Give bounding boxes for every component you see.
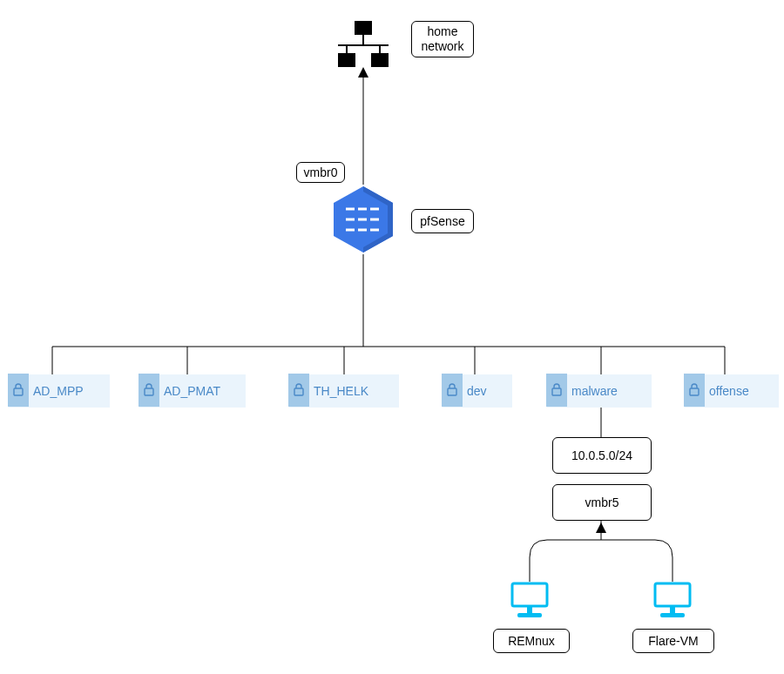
svg-rect-16 [371, 53, 389, 67]
lock-icon [442, 374, 463, 407]
subnet-malware: malware [547, 374, 652, 408]
subnet-ad-mpp: AD_MPP [9, 374, 110, 408]
lock-icon [288, 374, 309, 407]
lock-icon [8, 374, 29, 407]
network-icon [331, 21, 395, 68]
subnet-ad-pmat: AD_PMAT [139, 374, 246, 408]
firewall-icon [328, 185, 398, 254]
svg-rect-30 [517, 613, 542, 617]
svg-rect-14 [379, 46, 381, 53]
svg-rect-33 [660, 613, 685, 617]
subnet-label: malware [571, 384, 618, 398]
subnet-offense: offense [685, 374, 779, 408]
lock-icon [546, 374, 567, 407]
subnet-label: AD_PMAT [164, 384, 220, 398]
subnet-th-helk: TH_HELK [289, 374, 399, 408]
svg-rect-32 [670, 606, 675, 613]
svg-rect-29 [527, 606, 532, 613]
pfsense-label: pfSense [411, 209, 474, 233]
subnet-label: TH_HELK [314, 384, 368, 398]
svg-rect-31 [655, 583, 690, 606]
svg-rect-23 [145, 388, 153, 395]
svg-marker-1 [358, 67, 368, 78]
svg-marker-9 [596, 522, 606, 533]
subnet-label: dev [467, 384, 487, 398]
interface-label-vmbr5: vmbr5 [552, 484, 652, 521]
home-network-label: home network [411, 21, 474, 57]
svg-rect-26 [552, 388, 561, 395]
svg-rect-27 [690, 388, 699, 395]
computer-icon [507, 582, 552, 620]
svg-rect-10 [355, 21, 372, 35]
connections [0, 0, 784, 674]
svg-rect-13 [346, 46, 348, 53]
svg-rect-28 [512, 583, 547, 606]
svg-rect-11 [362, 35, 364, 45]
host-label-remnux: REMnux [493, 629, 570, 653]
subnet-label: AD_MPP [33, 384, 84, 398]
interface-label-vmbr0: vmbr0 [296, 162, 345, 183]
lock-icon [139, 374, 159, 407]
subnet-label: offense [709, 384, 749, 398]
svg-rect-25 [448, 388, 456, 395]
host-label-flarevm: Flare-VM [632, 629, 714, 653]
svg-rect-15 [338, 53, 355, 67]
subnet-dev: dev [443, 374, 512, 408]
svg-rect-22 [14, 388, 23, 395]
computer-icon [650, 582, 695, 620]
svg-rect-12 [338, 44, 389, 46]
cidr-label: 10.0.5.0/24 [552, 437, 652, 474]
svg-rect-24 [294, 388, 303, 395]
lock-icon [684, 374, 705, 407]
